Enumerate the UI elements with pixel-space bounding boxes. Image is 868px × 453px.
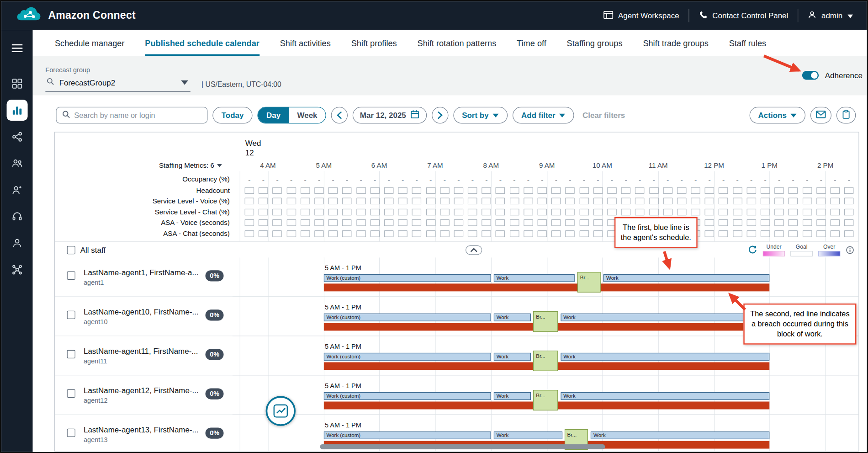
metric-input-cell[interactable]	[577, 207, 591, 218]
metric-input-cell[interactable]	[312, 218, 326, 229]
work-block[interactable]: Work	[561, 314, 770, 321]
users-icon[interactable]	[6, 153, 27, 174]
metric-input-cell[interactable]	[326, 196, 340, 207]
agent-checkbox[interactable]	[67, 389, 75, 398]
metric-input-cell[interactable]	[312, 229, 326, 240]
metric-input-cell[interactable]	[577, 218, 591, 229]
tab-published-schedule-calendar[interactable]: Published schedule calendar	[145, 30, 259, 56]
metric-input-cell[interactable]	[354, 185, 368, 196]
tab-time-off[interactable]: Time off	[517, 30, 546, 56]
work-block[interactable]: Work	[494, 353, 531, 361]
agent-workspace-link[interactable]: Agent Workspace	[594, 10, 689, 21]
metric-input-cell[interactable]	[368, 207, 382, 218]
metric-input-cell[interactable]	[438, 218, 452, 229]
metric-input-cell[interactable]	[354, 229, 368, 240]
metric-input-cell[interactable]	[563, 196, 577, 207]
metric-input-cell[interactable]	[591, 229, 605, 240]
metric-input-cell[interactable]	[828, 185, 842, 196]
metric-input-cell[interactable]	[828, 229, 842, 240]
agent-checkbox[interactable]	[67, 429, 75, 437]
metric-input-cell[interactable]	[563, 207, 577, 218]
search-input[interactable]	[74, 111, 201, 119]
metric-input-cell[interactable]	[744, 229, 758, 240]
metric-input-cell[interactable]	[396, 196, 410, 207]
metric-input-cell[interactable]	[688, 196, 703, 207]
tab-shift-trade-groups[interactable]: Shift trade groups	[643, 30, 708, 56]
work-block[interactable]: Work (custom)	[323, 353, 491, 361]
headset-icon[interactable]	[6, 206, 27, 227]
metric-input-cell[interactable]	[326, 207, 340, 218]
metric-input-cell[interactable]	[493, 185, 508, 196]
metric-input-cell[interactable]	[591, 207, 605, 218]
staffing-metrics-dropdown[interactable]: Staffing Metrics: 6	[55, 162, 222, 170]
metric-input-cell[interactable]	[744, 196, 758, 207]
metric-input-cell[interactable]	[382, 207, 396, 218]
metric-input-cell[interactable]	[340, 229, 354, 240]
metric-input-cell[interactable]	[744, 218, 758, 229]
messages-button[interactable]	[810, 107, 831, 123]
metric-input-cell[interactable]	[270, 185, 285, 196]
metric-input-cell[interactable]	[354, 196, 368, 207]
metric-input-cell[interactable]	[842, 196, 856, 207]
metric-input-cell[interactable]	[521, 229, 535, 240]
break-block[interactable]: Br...	[533, 311, 558, 332]
work-block[interactable]: Work	[603, 274, 770, 282]
metric-input-cell[interactable]	[772, 185, 786, 196]
metric-input-cell[interactable]	[633, 185, 647, 196]
metric-input-cell[interactable]	[744, 185, 758, 196]
metric-input-cell[interactable]	[312, 185, 326, 196]
metric-input-cell[interactable]	[466, 218, 480, 229]
metric-input-cell[interactable]	[633, 196, 647, 207]
metric-input-cell[interactable]	[382, 196, 396, 207]
metric-input-cell[interactable]	[842, 185, 856, 196]
metric-input-cell[interactable]	[410, 207, 424, 218]
metric-input-cell[interactable]	[703, 196, 717, 207]
metric-input-cell[interactable]	[549, 229, 563, 240]
metric-input-cell[interactable]	[605, 207, 619, 218]
work-block[interactable]: Work	[494, 432, 562, 439]
metric-input-cell[interactable]	[535, 196, 550, 207]
metric-input-cell[interactable]	[493, 207, 508, 218]
metric-input-cell[interactable]	[535, 207, 550, 218]
metric-input-cell[interactable]	[800, 218, 815, 229]
metric-input-cell[interactable]	[480, 196, 494, 207]
metric-input-cell[interactable]	[814, 229, 828, 240]
next-day-button[interactable]	[432, 107, 448, 123]
metric-input-cell[interactable]	[661, 207, 675, 218]
metric-input-cell[interactable]	[758, 207, 773, 218]
metric-input-cell[interactable]	[647, 207, 661, 218]
adherence-breach-bar[interactable]	[323, 283, 769, 291]
metric-input-cell[interactable]	[842, 207, 856, 218]
metric-input-cell[interactable]	[535, 185, 550, 196]
metric-input-cell[interactable]	[716, 196, 730, 207]
metric-input-cell[interactable]	[480, 229, 494, 240]
metric-input-cell[interactable]	[396, 229, 410, 240]
metric-input-cell[interactable]	[452, 218, 466, 229]
metric-input-cell[interactable]	[396, 207, 410, 218]
routing-flow-icon[interactable]	[6, 126, 27, 147]
metric-input-cell[interactable]	[563, 229, 577, 240]
metric-input-cell[interactable]	[312, 196, 326, 207]
dashboard-grid-icon[interactable]	[6, 73, 27, 94]
metric-input-cell[interactable]	[493, 196, 508, 207]
metric-input-cell[interactable]	[423, 196, 438, 207]
metric-input-cell[interactable]	[703, 218, 717, 229]
break-block[interactable]: Br...	[533, 390, 558, 410]
day-segment[interactable]: Day	[258, 107, 289, 123]
metric-input-cell[interactable]	[605, 196, 619, 207]
metric-input-cell[interactable]	[326, 229, 340, 240]
metric-input-cell[interactable]	[772, 207, 786, 218]
date-picker-button[interactable]: Mar 12, 2025	[353, 107, 427, 123]
metric-input-cell[interactable]	[577, 229, 591, 240]
metric-input-cell[interactable]	[326, 218, 340, 229]
work-block[interactable]: Work	[561, 392, 770, 400]
metric-input-cell[interactable]	[284, 207, 298, 218]
metric-input-cell[interactable]	[786, 229, 800, 240]
agent-checkbox[interactable]	[67, 272, 75, 280]
collapse-metrics-button[interactable]	[466, 245, 482, 255]
contact-control-panel-link[interactable]: Contact Control Panel	[689, 10, 797, 21]
tab-shift-profiles[interactable]: Shift profiles	[351, 30, 397, 56]
metric-input-cell[interactable]	[410, 185, 424, 196]
metric-input-cell[interactable]	[452, 196, 466, 207]
metric-input-cell[interactable]	[284, 185, 298, 196]
